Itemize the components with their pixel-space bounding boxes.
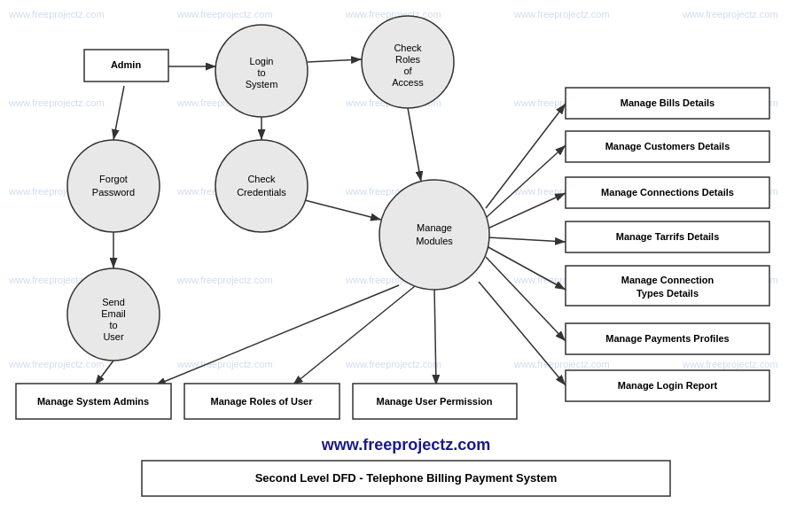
connections-label: Manage Connections Details	[601, 187, 734, 198]
login-label-2: to	[257, 67, 265, 78]
roles-label: Manage Roles of User	[211, 396, 314, 407]
arrow-modules-payments	[486, 257, 566, 341]
customers-label: Manage Customers Details	[605, 141, 730, 151]
sendemail-label-4: User	[103, 331, 124, 342]
arrow-admin-forgot	[113, 86, 124, 140]
tarrifs-label: Manage Tarrifs Details	[616, 231, 720, 242]
arrow-modules-permission	[434, 288, 436, 385]
conntypes-label-1: Manage Connection	[621, 275, 714, 285]
watermark-24: www.freeprojectz.com	[513, 359, 610, 369]
conntypes-node	[566, 266, 769, 306]
watermark-23: www.freeprojectz.com	[345, 359, 441, 369]
bills-label: Manage Bills Details	[621, 97, 714, 108]
conntypes-label-2: Types Details	[636, 288, 699, 299]
watermark-6: www.freeprojectz.com	[8, 97, 105, 108]
login-label-3: System	[246, 79, 278, 89]
forgot-label-1: Forgot	[99, 174, 128, 184]
watermark-2: www.freeprojectz.com	[176, 9, 273, 19]
arrow-modules-loginreport	[479, 282, 566, 385]
watermark-22: www.freeprojectz.com	[176, 359, 273, 369]
login-label-1: Login	[250, 56, 274, 66]
credentials-label-1: Check	[247, 174, 276, 184]
arrow-login-checkroles	[308, 59, 362, 62]
url-display: www.freeprojectz.com	[321, 436, 490, 454]
arrow-checkroles-modules	[408, 108, 421, 182]
diagram-container: www.freeprojectz.com www.freeprojectz.co…	[0, 0, 812, 520]
footer-title: Second Level DFD - Telephone Billing Pay…	[255, 471, 558, 485]
permission-label: Manage User Permission	[377, 396, 493, 407]
arrow-modules-sysadmins	[155, 285, 399, 385]
checkroles-label-1: Check	[394, 43, 422, 53]
checkroles-label-4: Access	[392, 77, 424, 88]
modules-label-2: Modules	[416, 236, 453, 246]
watermark-17: www.freeprojectz.com	[176, 275, 273, 285]
sendemail-label-2: Email	[101, 308, 126, 319]
checkroles-label-3: of	[403, 66, 412, 76]
watermark-25: www.freeprojectz.com	[682, 359, 778, 369]
admin-label: Admin	[111, 59, 142, 70]
sysadmins-label: Manage System Admins	[37, 396, 149, 407]
arrow-modules-tarrifs	[488, 237, 566, 242]
arrow-modules-connections	[488, 193, 566, 229]
watermark-5: www.freeprojectz.com	[682, 9, 778, 19]
arrow-credentials-modules	[301, 199, 381, 220]
arrow-modules-roles	[293, 286, 415, 385]
payments-label: Manage Payments Profiles	[605, 333, 729, 344]
sendemail-label-1: Send	[102, 297, 125, 307]
credentials-label-2: Credentials	[237, 187, 286, 198]
modules-label-1: Manage	[417, 222, 452, 233]
sendemail-label-3: to	[109, 320, 117, 330]
loginreport-label: Manage Login Report	[618, 380, 718, 391]
watermark-21: www.freeprojectz.com	[8, 359, 105, 369]
watermark-4: www.freeprojectz.com	[513, 9, 610, 19]
checkroles-label-2: Roles	[395, 54, 421, 65]
watermark-1: www.freeprojectz.com	[8, 9, 105, 19]
forgot-label-2: Password	[92, 187, 135, 198]
